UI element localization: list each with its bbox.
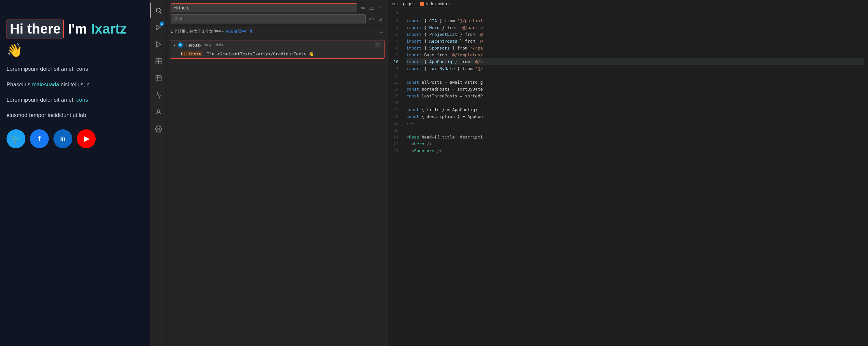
name-text: Ixartz [91, 21, 127, 37]
facebook-icon[interactable]: f [30, 129, 49, 148]
line-num-12: 12 [388, 72, 399, 79]
search-results: ▾ ⚛ Hero.tsx src/partials 1 Hi there, I'… [167, 37, 388, 346]
search-panel: Aa ab .* AB ⊞ 1 个结果，包含于 1 个文件中 - 在编辑器中打开… [167, 0, 388, 346]
activity-account[interactable] [150, 104, 166, 120]
code-line-4: import { CTA } from '@/partial [406, 17, 864, 24]
body-paragraph-4: eiusmod tempor incididunt ut lab [6, 111, 140, 120]
replace-input[interactable] [174, 16, 363, 22]
line-numbers: 3 4 5 6 7 8 9 10 11 12 13 14 15 16 17 18… [388, 8, 402, 346]
activity-search[interactable] [150, 3, 166, 18]
body-paragraph-2: Phasellus malesuada nisi tellus, n [6, 80, 140, 89]
breadcrumb-sep-3: › [449, 1, 450, 6]
svg-point-0 [156, 8, 160, 12]
hi-there-highlight: Hi there [6, 20, 64, 38]
code-line-17: const { title } = AppConfig; [406, 106, 864, 113]
regex-button[interactable]: .* [376, 4, 384, 11]
breadcrumb-sep-1: › [400, 1, 401, 6]
code-line-7: import { RecentPosts } from '@ [406, 38, 864, 45]
result-file-header[interactable]: ▾ ⚛ Hero.tsx src/partials 1 [170, 40, 384, 50]
match-word-button[interactable]: ab [368, 4, 375, 11]
malesuada-link[interactable]: malesuada [32, 82, 59, 88]
svg-point-14 [158, 128, 159, 130]
svg-rect-11 [156, 62, 158, 64]
svg-rect-9 [156, 59, 158, 61]
code-lines: import { CTA } from '@/partial import { … [402, 8, 868, 346]
code-line-11: import { sortByDate } from '@/ [406, 65, 864, 72]
more-options-button[interactable]: ... [380, 28, 384, 34]
code-line-20 [406, 127, 864, 134]
collapse-button[interactable]: ⊞ [376, 15, 384, 23]
file-name: Hero.tsx [186, 43, 201, 48]
breadcrumb-pages: pages [403, 1, 414, 6]
line-num-7: 7 [388, 38, 399, 45]
activity-run[interactable] [150, 36, 166, 52]
svg-line-1 [160, 12, 161, 13]
code-line-23: <Sponsors /> [406, 147, 864, 154]
code-line-18: const { description } = AppCon [406, 113, 864, 120]
code-line-16 [406, 99, 864, 106]
code-line-15: const lastThreePosts = sortedP [406, 92, 864, 99]
activity-gear[interactable] [150, 121, 166, 137]
results-summary: 1 个结果，包含于 1 个文件中 - [170, 29, 224, 34]
svg-marker-8 [156, 42, 160, 47]
editor-content: 3 4 5 6 7 8 9 10 11 12 13 14 15 16 17 18… [388, 8, 868, 346]
svg-point-2 [156, 25, 157, 26]
search-input[interactable] [174, 5, 354, 10]
cons-link[interactable]: cons [76, 97, 88, 103]
code-line-22: <Hero /> [406, 140, 864, 147]
activity-test[interactable] [150, 70, 166, 86]
line-num-11: 11 [388, 65, 399, 72]
activity-source-control[interactable]: 1 [150, 20, 166, 35]
body-paragraph-1: Lorem ipsum dolor sit amet, cons [6, 64, 140, 73]
astro-file-icon [420, 2, 424, 6]
svg-line-6 [157, 26, 159, 27]
replace-controls: AB ⊞ [368, 15, 384, 23]
search-input-row: Aa ab .* [170, 3, 384, 12]
twitter-icon[interactable]: 🐦 [6, 129, 25, 148]
breadcrumb-file: index.astro [426, 1, 447, 6]
code-line-8: import { Sponsors } from '@/pa [406, 45, 864, 52]
breadcrumb-sep-2: › [416, 1, 418, 6]
line-num-4: 4 [388, 17, 399, 24]
svg-point-4 [159, 27, 161, 28]
line-num-18: 18 [388, 113, 399, 120]
line-num-17: 17 [388, 106, 399, 113]
wave-emoji: 👋 [6, 42, 23, 58]
linkedin-icon[interactable]: in [53, 129, 72, 148]
breadcrumb-rest: ... [452, 1, 456, 6]
svg-rect-12 [159, 62, 161, 64]
line-num-22: 22 [388, 140, 399, 147]
file-match-count: 1 [375, 42, 381, 48]
line-num-19: 19 [388, 120, 399, 127]
replace-input-wrapper [170, 15, 366, 24]
line-num-23: 23 [388, 147, 399, 154]
svg-rect-10 [159, 59, 161, 61]
svg-line-7 [157, 28, 159, 29]
line-num-6: 6 [388, 31, 399, 38]
replace-row: AB ⊞ [170, 15, 384, 24]
file-path: src/partials [204, 43, 223, 47]
match-case-button[interactable]: Aa [359, 4, 367, 11]
line-num-8: 8 [388, 45, 399, 52]
svg-point-13 [157, 110, 159, 112]
code-line-3 [406, 10, 864, 17]
open-in-editor-link[interactable]: 在编辑器中打开 [226, 29, 253, 34]
code-line-19: --- [406, 120, 864, 127]
code-line-5: import { Hero } from '@/partial [406, 24, 864, 31]
line-num-14: 14 [388, 86, 399, 92]
tsx-file-icon: ⚛ [178, 42, 183, 48]
youtube-icon[interactable]: ▶ [77, 129, 96, 148]
result-line[interactable]: Hi there, I'm <GradientText>Ixartz</Grad… [170, 50, 384, 58]
line-num-21: 21 [388, 134, 399, 140]
code-editor: src › pages › index.astro › ... 3 4 5 6 … [388, 0, 868, 346]
line-num-10: 10 [388, 58, 399, 65]
activity-extensions[interactable] [150, 53, 166, 69]
preserve-case-button[interactable]: AB [368, 15, 375, 23]
line-num-16: 16 [388, 99, 399, 106]
code-line-21: <Base head={{ title, descripti [406, 134, 864, 140]
search-results-header: 1 个结果，包含于 1 个文件中 - 在编辑器中打开 ... [167, 26, 388, 37]
file-chevron-icon: ▾ [174, 43, 175, 47]
line-num-20: 20 [388, 127, 399, 134]
search-input-wrapper [170, 3, 357, 12]
activity-remote[interactable] [150, 87, 166, 103]
